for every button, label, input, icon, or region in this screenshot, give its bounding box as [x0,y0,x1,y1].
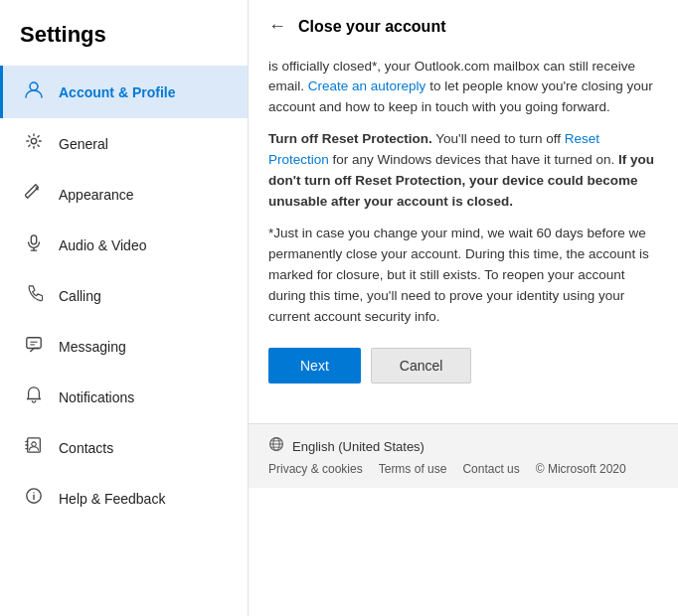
bold-heading: Turn off Reset Protection. [268,131,432,146]
chat-icon [23,335,45,358]
svg-point-1 [31,138,36,143]
sidebar-label-messaging: Messaging [59,339,126,355]
footer: English (United States) Privacy & cookie… [249,423,678,488]
sidebar-item-help-feedback[interactable]: Help & Feedback [0,473,248,524]
sidebar-item-contacts[interactable]: Contacts [0,422,248,473]
sidebar-label-audio-video: Audio & Video [59,237,146,253]
bell-icon [23,385,45,408]
sidebar-item-appearance[interactable]: Appearance [0,169,248,220]
sidebar-item-account-profile[interactable]: Account & Profile [0,66,248,118]
svg-point-15 [33,492,34,493]
svg-point-12 [32,442,37,447]
bold-text2: for any Windows devices that have it tur… [333,152,615,167]
bold-text1: You'll need to turn off [435,131,561,146]
sidebar-label-general: General [59,136,108,152]
create-autoreply-link[interactable]: Create an autoreply [308,78,426,93]
svg-point-0 [30,82,38,90]
page-title: Close your account [298,18,445,36]
sidebar-item-notifications[interactable]: Notifications [0,372,248,422]
sidebar: Settings Account & Profile General Appea… [0,0,249,616]
sidebar-label-notifications: Notifications [59,389,134,405]
svg-rect-5 [27,338,41,349]
sidebar-label-account-profile: Account & Profile [59,84,175,100]
mic-icon [23,233,45,256]
sidebar-item-audio-video[interactable]: Audio & Video [0,220,248,270]
footer-language: English (United States) [268,436,658,456]
sidebar-label-contacts: Contacts [59,440,113,456]
sidebar-item-general[interactable]: General [0,118,248,169]
sidebar-item-calling[interactable]: Calling [0,270,248,321]
info-icon [23,487,45,510]
sidebar-label-calling: Calling [59,288,101,304]
footer-link-terms[interactable]: Terms of use [379,462,447,476]
sidebar-label-appearance: Appearance [59,187,134,203]
sidebar-title: Settings [0,0,248,66]
svg-rect-2 [31,235,36,244]
next-button[interactable]: Next [268,348,361,384]
gear-icon [23,132,45,155]
reset-protection-section: Turn off Reset Protection. You'll need t… [268,129,658,213]
appearance-icon [23,183,45,206]
sidebar-label-help-feedback: Help & Feedback [59,491,165,507]
phone-icon [23,284,45,307]
main-content: ← Close your account is officially close… [249,0,678,616]
note-section: *Just in case you change your mind, we w… [268,224,658,328]
globe-icon [268,436,284,456]
language-label: English (United States) [292,439,424,454]
content-area: ← Close your account is officially close… [249,0,678,616]
footer-link-contact[interactable]: Contact us [462,462,519,476]
content-body: is officially closed*, your Outlook.com … [249,47,678,423]
footer-copyright: © Microsoft 2020 [536,462,626,476]
page-header: ← Close your account [249,0,678,47]
paragraph-1: is officially closed*, your Outlook.com … [268,57,658,117]
cancel-button[interactable]: Cancel [371,348,472,384]
contacts-icon [23,436,45,459]
footer-link-privacy[interactable]: Privacy & cookies [268,462,363,476]
back-button[interactable]: ← [268,16,286,37]
account-icon [23,79,45,104]
button-row: Next Cancel [268,348,658,384]
footer-links: Privacy & cookies Terms of use Contact u… [268,462,658,476]
sidebar-item-messaging[interactable]: Messaging [0,321,248,372]
